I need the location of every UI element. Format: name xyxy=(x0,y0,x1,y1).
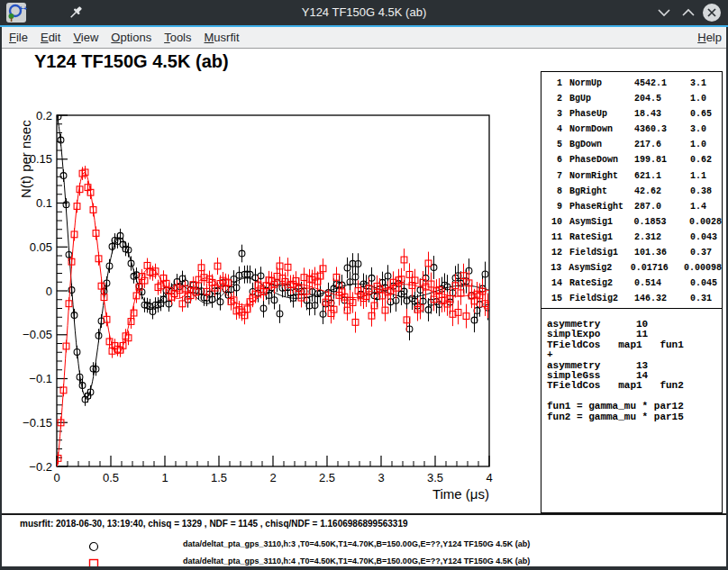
menu-item-tools[interactable]: Tools xyxy=(158,29,197,46)
param-name: PhaseUp xyxy=(569,106,634,122)
param-row: 2BgUp204.51.0 xyxy=(541,91,722,106)
param-value: 42.62 xyxy=(634,184,690,199)
param-n: 3 xyxy=(547,106,562,122)
status-legend-panel: musrfit: 2018-06-30, 13:19:40, chisq = 1… xyxy=(0,513,728,568)
param-row: 15FieldSig2146.320.31 xyxy=(541,291,722,306)
y-tick-label: −0.15 xyxy=(23,416,52,430)
param-row: 10AsymSig10.18530.0028 xyxy=(541,214,722,230)
param-row: 6PhaseDown199.810.62 xyxy=(541,152,722,167)
param-error: 0.62 xyxy=(690,152,722,167)
window-border-left xyxy=(0,27,2,570)
param-name: AsymSig2 xyxy=(569,260,631,276)
series-1-circles xyxy=(55,111,491,406)
y-tick-label: −0.05 xyxy=(23,328,52,341)
param-error: 0.045 xyxy=(690,276,722,291)
param-value: 0.01716 xyxy=(631,260,684,276)
param-error: 0.31 xyxy=(690,291,722,306)
param-row: 4NormDown4360.33.0 xyxy=(541,122,722,137)
musrfit-window: ++ Y124 TF150G 4.5K (ab) FileEditViewO xyxy=(0,0,728,570)
param-row: 8BgRight42.620.38 xyxy=(541,184,722,199)
y-tick-label: 0.05 xyxy=(30,240,52,254)
x-tick-label: 0.5 xyxy=(103,471,119,484)
param-error: 1.4 xyxy=(690,199,722,214)
param-n: 15 xyxy=(547,291,562,306)
y-tick-label: −0.2 xyxy=(29,460,52,474)
theory-text: asymmetry 10 simplExpo 11 TFieldCos map1… xyxy=(541,309,722,422)
plot-area[interactable]: −0.2−0.15−0.1−0.0500.050.10.150.200.511.… xyxy=(0,49,541,513)
param-name: RateSig1 xyxy=(569,230,634,245)
x-tick-label: 1 xyxy=(161,471,168,484)
param-n: 8 xyxy=(547,184,562,199)
param-value: 146.32 xyxy=(634,291,690,306)
y-axis-title: N(t) per nsec xyxy=(18,120,33,198)
param-n: 9 xyxy=(547,199,562,214)
param-name: AsymSig1 xyxy=(569,214,634,230)
x-tick-label: 3.5 xyxy=(427,471,443,484)
x-axis-title: Time (μs) xyxy=(432,486,489,502)
param-n: 1 xyxy=(547,76,562,91)
param-value: 204.5 xyxy=(634,91,690,106)
param-value: 4360.3 xyxy=(634,122,690,137)
theory-box: asymmetry 10 simplExpo 11 TFieldCos map1… xyxy=(541,308,723,513)
param-n: 5 xyxy=(547,137,562,152)
param-error: 3.0 xyxy=(690,122,722,137)
param-error: 3.1 xyxy=(690,76,722,91)
plot-frame xyxy=(57,115,489,466)
param-name: RateSig2 xyxy=(569,276,634,291)
x-tick-label: 1.5 xyxy=(211,471,227,484)
menu-item-musrfit[interactable]: Musrfit xyxy=(198,29,246,46)
menu-item-help[interactable]: Help xyxy=(691,29,728,46)
title-bar[interactable]: ++ Y124 TF150G 4.5K (ab) xyxy=(0,0,728,27)
param-row: 12FieldSig1101.360.37 xyxy=(541,245,722,260)
param-name: BgUp xyxy=(569,91,634,106)
param-n: 2 xyxy=(547,91,562,106)
param-value: 18.43 xyxy=(634,106,690,122)
y-tick-label: 0.2 xyxy=(36,109,52,122)
menu-item-view[interactable]: View xyxy=(67,29,105,46)
legend-label: data/deltat_pta_gps_3110,h:4 ,T0=4.50K,T… xyxy=(183,556,530,565)
param-n: 14 xyxy=(547,276,562,291)
root-canvas: Y124 TF150G 4.5K (ab) −0.2−0.15−0.1−0.05… xyxy=(0,49,728,513)
param-value: 0.514 xyxy=(634,276,690,291)
param-row: 7NormRight621.11.1 xyxy=(541,168,722,184)
y-tick-label: −0.1 xyxy=(29,372,52,385)
legend-circle-marker xyxy=(88,539,99,550)
param-value: 287.0 xyxy=(634,199,690,214)
x-tick-label: 4 xyxy=(486,471,492,484)
param-name: PhaseRight xyxy=(569,199,634,214)
window-title: Y124 TF150G 4.5K (ab) xyxy=(0,5,728,19)
param-row: 1NormUp4542.13.1 xyxy=(541,76,722,91)
param-n: 7 xyxy=(547,168,562,184)
param-value: 2.312 xyxy=(634,230,690,245)
menu-item-edit[interactable]: Edit xyxy=(34,29,67,46)
param-error: 0.38 xyxy=(690,184,722,199)
y-tick-label: 0 xyxy=(46,285,52,298)
fit-curve xyxy=(57,113,489,398)
series-2-squares xyxy=(55,166,491,469)
param-error: 0.37 xyxy=(690,245,722,260)
param-name: FieldSig1 xyxy=(569,245,634,260)
param-row: 13AsymSig20.017160.00098 xyxy=(541,260,722,276)
param-error: 1.1 xyxy=(690,168,722,184)
param-row: 3PhaseUp18.430.65 xyxy=(541,106,722,122)
param-n: 13 xyxy=(547,260,561,276)
param-n: 6 xyxy=(547,152,562,167)
param-value: 621.1 xyxy=(634,168,690,184)
param-value: 0.1853 xyxy=(633,214,689,230)
param-n: 11 xyxy=(547,230,562,245)
parameter-box: 1NormUp4542.13.12BgUp204.51.03PhaseUp18.… xyxy=(541,71,723,310)
legend-entry: data/deltat_pta_gps_3110,h:3 ,T0=4.50K,T… xyxy=(0,537,728,553)
x-tick-label: 2.5 xyxy=(319,471,335,484)
window-border-bottom xyxy=(0,566,728,570)
param-value: 4542.1 xyxy=(634,76,690,91)
x-tick-label: 2 xyxy=(269,471,276,484)
param-row: 11RateSig12.3120.043 xyxy=(541,230,722,245)
menu-item-file[interactable]: File xyxy=(3,29,34,46)
legend-label: data/deltat_pta_gps_3110,h:3 ,T0=4.50K,T… xyxy=(183,539,530,548)
param-n: 4 xyxy=(547,122,562,137)
param-error: 0.0028 xyxy=(689,214,722,230)
param-name: NormRight xyxy=(569,168,634,184)
menu-item-options[interactable]: Options xyxy=(105,29,158,46)
param-row: 5BgDown217.61.0 xyxy=(541,137,722,152)
param-name: NormDown xyxy=(569,122,634,137)
